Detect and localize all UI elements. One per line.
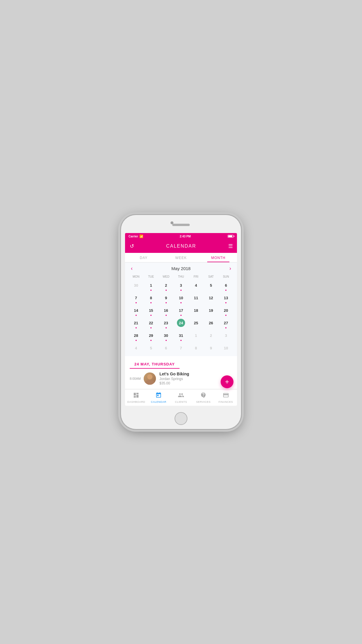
cal-day-dot: [166, 327, 167, 328]
cal-day-0[interactable]: 30: [129, 280, 143, 292]
cal-day-40[interactable]: 9: [203, 343, 218, 353]
day-headers: MON TUE WED THU FRI SAT SUN: [129, 274, 233, 279]
status-time: 2:43 PM: [180, 235, 191, 238]
nav-clients-label: CLIENTS: [175, 400, 187, 403]
services-icon: [200, 392, 207, 400]
cal-day-21[interactable]: 21: [129, 318, 143, 330]
calendar-grid: 3012345678910111213141516171819202122232…: [129, 280, 233, 353]
cal-day-13[interactable]: 13: [219, 293, 233, 304]
cal-day-8[interactable]: 8: [143, 293, 158, 304]
cal-day-32[interactable]: 1: [189, 330, 203, 342]
nav-dashboard-label: DASHBOARD: [127, 400, 145, 403]
day-header-mon: MON: [129, 274, 143, 279]
status-bar: Carrier 📶 2:43 PM: [125, 233, 237, 239]
cal-day-37[interactable]: 6: [159, 343, 173, 353]
cal-day-12[interactable]: 12: [203, 293, 218, 304]
cal-day-dot: [166, 290, 167, 291]
dashboard-icon: [133, 392, 139, 400]
cal-day-dot: [166, 315, 167, 316]
appointment-item-1[interactable]: 8:00AM Let's Go Biking Jordan Springs $3…: [125, 369, 237, 388]
tab-week[interactable]: WEEK: [162, 253, 200, 262]
clients-icon: [178, 392, 184, 400]
nav-calendar[interactable]: CALENDAR: [147, 390, 170, 406]
cal-day-19[interactable]: 19: [203, 305, 218, 317]
nav-finances[interactable]: FINANCES: [215, 390, 237, 406]
view-tabs: DAY WEEK MONTH: [125, 253, 237, 262]
cal-day-20[interactable]: 20: [219, 305, 233, 317]
nav-services[interactable]: SERVICES: [192, 390, 215, 406]
nav-clients[interactable]: CLIENTS: [170, 390, 192, 406]
app-header: ↺ CALENDAR ☰: [125, 239, 237, 253]
nav-dashboard[interactable]: DASHBOARD: [125, 390, 147, 406]
cal-day-dot: [180, 290, 182, 291]
day-header-sun: SUN: [219, 274, 233, 279]
cal-day-26[interactable]: 26: [203, 318, 218, 330]
cal-day-16[interactable]: 16: [159, 305, 173, 317]
cal-day-36[interactable]: 5: [143, 343, 158, 353]
month-header: ‹ May 2018 ›: [129, 265, 233, 272]
cal-day-27[interactable]: 27: [219, 318, 233, 330]
cal-day-1[interactable]: 1: [143, 280, 158, 292]
cal-day-5[interactable]: 5: [203, 280, 218, 292]
header-title: CALENDAR: [166, 244, 196, 249]
apt-time-1: 8:00AM: [130, 377, 144, 380]
battery-icon: [228, 235, 233, 238]
cal-day-dot: [180, 302, 182, 303]
cal-day-31[interactable]: 31: [173, 330, 188, 342]
cal-day-7[interactable]: 7: [129, 293, 143, 304]
cal-day-3[interactable]: 3: [173, 280, 188, 292]
cal-day-dot: [180, 315, 182, 316]
tab-month[interactable]: MONTH: [200, 253, 237, 262]
cal-day-dot: [150, 340, 152, 341]
prev-month-button[interactable]: ‹: [129, 265, 135, 272]
cal-day-dot: [136, 327, 137, 328]
finances-icon: [223, 392, 229, 400]
cal-day-dot: [180, 340, 182, 341]
cal-day-dot: [225, 327, 226, 328]
cal-day-dot: [136, 315, 137, 316]
cal-day-29[interactable]: 29: [143, 330, 158, 342]
calendar-area: ‹ May 2018 › MON TUE WED THU FRI SAT SUN…: [125, 262, 237, 356]
nav-services-label: SERVICES: [196, 400, 210, 403]
cal-day-33[interactable]: 2: [203, 330, 218, 342]
cal-day-11[interactable]: 11: [189, 293, 203, 304]
cal-day-25[interactable]: 25: [189, 318, 203, 330]
cal-day-15[interactable]: 15: [143, 305, 158, 317]
cal-day-34[interactable]: 3: [219, 330, 233, 342]
date-section: 24 MAY, THURSDAY: [125, 356, 237, 369]
cal-day-38[interactable]: 7: [173, 343, 188, 353]
cal-day-dot: [136, 302, 137, 303]
cal-day-18[interactable]: 18: [189, 305, 203, 317]
cal-day-39[interactable]: 8: [189, 343, 203, 353]
cal-day-24[interactable]: 24: [173, 318, 188, 330]
refresh-icon[interactable]: ↺: [130, 243, 134, 249]
cal-day-17[interactable]: 17: [173, 305, 188, 317]
cal-day-dot: [150, 290, 152, 291]
cal-day-4[interactable]: 4: [189, 280, 203, 292]
cal-day-41[interactable]: 10: [219, 343, 233, 353]
day-header-tue: TUE: [143, 274, 158, 279]
cal-day-23[interactable]: 23: [159, 318, 173, 330]
day-header-sat: SAT: [203, 274, 218, 279]
cal-day-10[interactable]: 10: [173, 293, 188, 304]
home-button[interactable]: [175, 412, 187, 425]
month-title: May 2018: [171, 266, 191, 271]
phone-screen: Carrier 📶 2:43 PM ↺ CALENDAR ☰ DAY WE: [125, 233, 237, 406]
cal-day-22[interactable]: 22: [143, 318, 158, 330]
cal-day-35[interactable]: 4: [129, 343, 143, 353]
cal-day-14[interactable]: 14: [129, 305, 143, 317]
plus-icon: +: [225, 378, 229, 386]
cal-day-9[interactable]: 9: [159, 293, 173, 304]
cal-day-dot: [150, 302, 152, 303]
cal-day-30[interactable]: 30: [159, 330, 173, 342]
cal-day-6[interactable]: 6: [219, 280, 233, 292]
cal-day-dot: [225, 302, 226, 303]
cal-day-28[interactable]: 28: [129, 330, 143, 342]
tab-day[interactable]: DAY: [125, 253, 162, 262]
menu-icon[interactable]: ☰: [228, 243, 232, 249]
add-appointment-fab[interactable]: +: [221, 375, 233, 388]
cal-day-2[interactable]: 2: [159, 280, 173, 292]
nav-calendar-label: CALENDAR: [151, 400, 166, 403]
apt-title-1: Let's Go Biking: [159, 372, 232, 376]
next-month-button[interactable]: ›: [227, 265, 233, 272]
